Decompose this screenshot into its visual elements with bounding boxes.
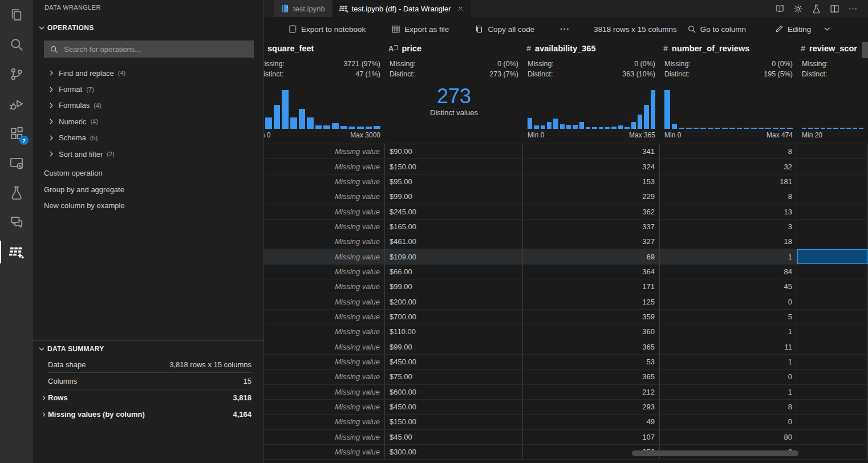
table-cell[interactable]: 45 [660, 279, 797, 294]
table-cell[interactable] [797, 294, 868, 308]
table-cell[interactable] [797, 265, 868, 279]
table-cell[interactable]: 1 [660, 249, 797, 263]
table-cell[interactable]: Missing value [264, 204, 385, 218]
horizontal-scrollbar[interactable] [632, 450, 798, 456]
table-cell[interactable]: 229 [523, 189, 660, 204]
table-cell[interactable]: Missing value [264, 249, 385, 263]
column-name[interactable]: Aprice [388, 44, 421, 53]
table-cell[interactable]: Missing value [264, 294, 385, 308]
column-name[interactable]: square_feet [267, 44, 314, 53]
table-cell[interactable]: 293 [523, 400, 660, 414]
table-cell[interactable]: Missing value [264, 265, 385, 279]
table-cell[interactable]: 0 [660, 294, 797, 308]
table-cell[interactable] [797, 385, 868, 399]
table-cell[interactable]: $99.00 [385, 189, 523, 204]
table-cell[interactable]: 181 [660, 174, 797, 189]
table-cell[interactable]: 327 [523, 234, 660, 249]
table-cell[interactable]: 80 [660, 430, 797, 444]
table-cell[interactable] [797, 445, 868, 459]
table-cell[interactable] [797, 415, 868, 429]
table-cell[interactable] [797, 204, 868, 218]
table-cell[interactable]: $200.00 [385, 294, 523, 308]
table-cell[interactable]: 364 [523, 265, 660, 279]
table-cell[interactable]: 360 [523, 324, 660, 339]
operation-item-custom-operation[interactable]: Custom operation [33, 165, 263, 181]
table-cell[interactable]: $90.00 [385, 144, 523, 159]
operations-search-input[interactable] [63, 44, 254, 54]
table-cell[interactable]: $300.00 [385, 445, 523, 459]
table-cell[interactable]: $66.00 [385, 265, 523, 279]
operation-group-sort-and-filter[interactable]: Sort and filter(2) [33, 146, 263, 162]
table-cell[interactable]: Missing value [264, 415, 385, 429]
tab-active[interactable]: test.ipynb (df) - Data Wrangler [332, 0, 471, 17]
table-cell[interactable]: 365 [523, 369, 660, 384]
table-cell[interactable]: 171 [523, 279, 660, 294]
table-cell[interactable]: 84 [660, 265, 797, 279]
table-cell[interactable]: 8 [660, 144, 797, 159]
operation-group-format[interactable]: Format(7) [33, 81, 263, 97]
more-icon[interactable] [848, 4, 858, 14]
table-cell[interactable]: Missing value [264, 310, 385, 324]
editing-mode-button[interactable]: Editing [774, 25, 811, 34]
column-name[interactable]: #availability_365 [526, 44, 596, 53]
activity-item-data-wrangler[interactable] [0, 237, 33, 267]
table-cell[interactable]: 1 [660, 324, 797, 339]
table-cell[interactable] [797, 369, 868, 384]
table-cell[interactable] [797, 324, 868, 339]
activity-item-source-control[interactable] [0, 59, 33, 89]
operation-group-numeric[interactable]: Numeric(4) [33, 113, 263, 129]
table-cell[interactable]: Missing value [264, 385, 385, 399]
table-cell[interactable]: $150.00 [385, 415, 523, 429]
table-cell[interactable]: Missing value [264, 355, 385, 369]
tab-0[interactable]: test.ipynb [274, 0, 332, 17]
table-cell[interactable]: Missing value [264, 159, 385, 173]
summary-row-rows[interactable]: Rows3,818 [48, 389, 252, 406]
table-cell[interactable] [797, 430, 868, 444]
open-preview-icon[interactable] [775, 4, 785, 14]
table-cell[interactable]: 5 [660, 310, 797, 324]
table-cell[interactable] [797, 400, 868, 414]
table-cell[interactable]: 0 [660, 415, 797, 429]
table-cell[interactable]: $600.00 [385, 385, 523, 399]
table-cell[interactable]: 18 [660, 234, 797, 249]
data-summary-section-header[interactable]: DATA SUMMARY [33, 343, 263, 355]
table-cell[interactable]: 53 [523, 355, 660, 369]
table-cell[interactable] [797, 339, 868, 354]
table-cell[interactable]: 365 [523, 339, 660, 354]
table-cell[interactable]: 337 [523, 220, 660, 234]
table-cell[interactable] [797, 144, 868, 159]
table-cell[interactable]: 1 [660, 355, 797, 369]
operation-item-group-by-and-aggregate[interactable]: Group by and aggregate [33, 181, 263, 198]
table-cell[interactable] [797, 279, 868, 294]
table-cell[interactable] [797, 174, 868, 189]
table-cell[interactable]: $450.00 [385, 355, 523, 369]
export-to-notebook-button[interactable]: Export to notebook [288, 25, 366, 34]
column-name[interactable]: #number_of_reviews [663, 44, 749, 53]
operation-group-schema[interactable]: Schema(5) [33, 130, 263, 146]
table-cell[interactable]: $461.00 [385, 234, 523, 249]
table-cell[interactable] [797, 234, 868, 249]
table-cell[interactable]: Missing value [264, 324, 385, 339]
table-cell[interactable]: Missing value [264, 144, 385, 159]
activity-item-comments[interactable] [0, 208, 33, 237]
table-cell[interactable]: Missing value [264, 339, 385, 354]
table-cell[interactable] [797, 355, 868, 369]
table-cell[interactable]: 69 [523, 249, 660, 263]
table-cell[interactable]: Missing value [264, 189, 385, 204]
column-name[interactable]: #review_scor [801, 44, 857, 53]
table-cell[interactable]: 1 [660, 385, 797, 399]
table-cell[interactable]: 49 [523, 415, 660, 429]
table-cell[interactable]: 324 [523, 159, 660, 173]
activity-item-extensions[interactable]: 7 [0, 119, 33, 148]
operation-item-new-column-by-example[interactable]: New column by example [33, 198, 263, 214]
table-cell[interactable]: 359 [523, 310, 660, 324]
activity-item-testing[interactable] [0, 178, 33, 208]
table-cell[interactable]: $450.00 [385, 400, 523, 414]
table-cell[interactable]: 32 [660, 159, 797, 173]
table-cell[interactable]: 107 [523, 430, 660, 444]
table-cell[interactable]: 341 [523, 144, 660, 159]
table-cell[interactable]: 3 [660, 220, 797, 234]
table-cell[interactable]: Missing value [264, 220, 385, 234]
settings-gear-icon[interactable] [793, 4, 803, 14]
table-cell[interactable]: 8 [660, 400, 797, 414]
